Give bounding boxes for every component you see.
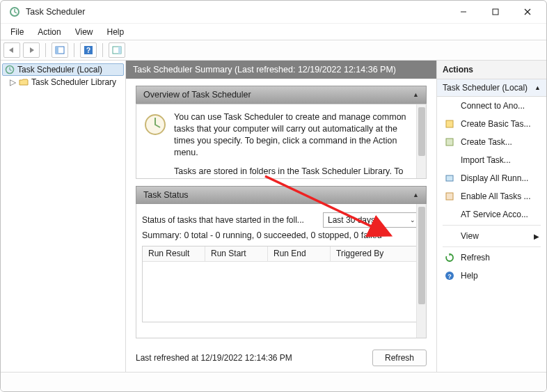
show-hide-tree-button[interactable]: [51, 42, 68, 58]
clock-icon: [5, 65, 15, 75]
actions-pane: Actions Task Scheduler (Local) ▲ Connect…: [436, 61, 546, 372]
overview-box: You can use Task Scheduler to create and…: [136, 104, 427, 179]
status-scrollbar[interactable]: [416, 204, 426, 338]
wizard-icon: [444, 118, 455, 130]
action-view[interactable]: View ▶: [437, 227, 546, 245]
minimize-button[interactable]: [447, 1, 479, 23]
show-action-pane-button[interactable]: [109, 42, 125, 58]
action-display-running[interactable]: Display All Runn...: [437, 169, 546, 187]
action-connect[interactable]: Connect to Ano...: [437, 97, 546, 115]
svg-rect-6: [56, 47, 58, 54]
maximize-button[interactable]: [479, 1, 512, 23]
status-summary: Summary: 0 total - 0 running, 0 succeede…: [136, 228, 426, 242]
action-refresh[interactable]: Refresh: [437, 249, 546, 267]
clock-large-icon: [143, 113, 167, 136]
overview-scrollbar[interactable]: [416, 104, 426, 178]
result-table: Run Result Run Start Run End Triggered B…: [142, 246, 420, 322]
action-enable-history[interactable]: Enable All Tasks ...: [437, 187, 546, 205]
actions-title: Actions: [437, 61, 546, 79]
status-label: Status of tasks that have started in the…: [142, 215, 316, 225]
svg-text:?: ?: [447, 273, 452, 280]
status-combo-value: Last 30 days: [328, 215, 375, 225]
col-triggered-by[interactable]: Triggered By: [331, 246, 420, 261]
blank-icon: [444, 230, 455, 242]
expand-icon[interactable]: ▷: [9, 77, 16, 87]
app-icon: [9, 6, 20, 17]
blank-icon: [444, 100, 455, 111]
back-button[interactable]: [3, 42, 20, 58]
tree-child[interactable]: ▷ Task Scheduler Library: [2, 76, 124, 88]
menu-help[interactable]: Help: [102, 26, 130, 38]
forward-button[interactable]: [23, 42, 40, 58]
running-icon: [444, 173, 455, 184]
col-run-start[interactable]: Run Start: [205, 246, 268, 261]
toolbar: ?: [1, 40, 546, 61]
blank-icon: [444, 155, 455, 166]
svg-rect-16: [446, 193, 453, 200]
actions-context-label: Task Scheduler (Local): [443, 83, 528, 93]
chevron-down-icon: ⌄: [410, 217, 415, 224]
task-status-title: Task Status: [143, 190, 189, 200]
menu-file[interactable]: File: [5, 26, 29, 38]
refresh-icon: [444, 252, 455, 263]
task-status-header[interactable]: Task Status ▲: [136, 186, 427, 204]
action-at-service[interactable]: AT Service Acco...: [437, 205, 546, 224]
folder-icon: [19, 77, 29, 87]
collapse-icon[interactable]: ▲: [413, 91, 419, 98]
tree-child-label: Task Scheduler Library: [31, 77, 116, 87]
blank-icon: [444, 209, 455, 220]
svg-rect-13: [446, 120, 453, 127]
svg-rect-10: [118, 47, 121, 54]
status-period-combo[interactable]: Last 30 days ⌄: [323, 212, 420, 228]
action-help[interactable]: ? Help: [437, 267, 546, 285]
svg-rect-15: [446, 175, 453, 181]
col-run-result[interactable]: Run Result: [143, 246, 205, 261]
help-icon: ?: [444, 270, 455, 281]
window-title: Task Scheduler: [26, 7, 85, 17]
overview-p2: Tasks are stored in folders in the Task …: [174, 166, 419, 180]
tree-pane: Task Scheduler (Local) ▷ Task Scheduler …: [1, 61, 126, 372]
svg-rect-14: [446, 139, 453, 146]
col-run-end[interactable]: Run End: [268, 246, 331, 261]
collapse-icon[interactable]: ▲: [413, 191, 419, 198]
tree-root[interactable]: Task Scheduler (Local): [2, 63, 124, 76]
center-pane: Task Scheduler Summary (Last refreshed: …: [126, 61, 436, 372]
menu-view[interactable]: View: [70, 26, 99, 38]
svg-text:?: ?: [86, 47, 90, 54]
actions-context-header[interactable]: Task Scheduler (Local) ▲: [437, 79, 546, 97]
titlebar: Task Scheduler: [1, 1, 546, 23]
overview-p1: You can use Task Scheduler to create and…: [174, 111, 419, 159]
tree-root-label: Task Scheduler (Local): [17, 65, 102, 75]
collapse-icon[interactable]: ▲: [534, 84, 541, 91]
statusbar: [1, 372, 546, 391]
submenu-arrow-icon: ▶: [534, 233, 539, 240]
action-create-task[interactable]: Create Task...: [437, 133, 546, 151]
center-footer: Last refreshed at 12/19/2022 12:14:36 PM…: [126, 343, 436, 372]
action-create-basic[interactable]: Create Basic Tas...: [437, 115, 546, 133]
window: Task Scheduler File Action View Help ? T…: [0, 0, 547, 392]
task-icon: [444, 136, 455, 148]
body: Task Scheduler (Local) ▷ Task Scheduler …: [1, 61, 546, 372]
overview-header[interactable]: Overview of Task Scheduler ▲: [136, 86, 427, 104]
summary-header: Task Scheduler Summary (Last refreshed: …: [126, 61, 436, 79]
close-button[interactable]: [512, 1, 544, 23]
history-icon: [444, 191, 455, 202]
action-import-task[interactable]: Import Task...: [437, 151, 546, 169]
menu-action[interactable]: Action: [32, 26, 66, 38]
menubar: File Action View Help: [1, 23, 546, 40]
svg-rect-2: [493, 9, 498, 15]
overview-title: Overview of Task Scheduler: [143, 90, 251, 100]
help-button[interactable]: ?: [80, 42, 97, 58]
refresh-button[interactable]: Refresh: [372, 350, 427, 366]
last-refreshed-label: Last refreshed at 12/19/2022 12:14:36 PM: [136, 353, 292, 363]
